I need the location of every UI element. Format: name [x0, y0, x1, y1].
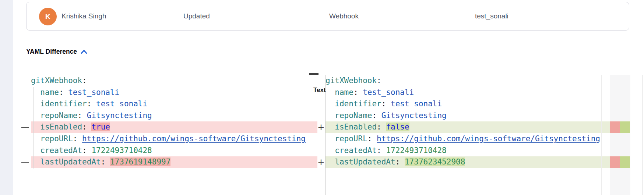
indent-guide: [33, 87, 34, 169]
scrollbar-track-border: [601, 75, 602, 195]
diff-pane-modified[interactable]: gitXWebhook: name: test_sonali identifie…: [325, 75, 610, 195]
code-token: 1737623452908: [405, 157, 465, 166]
code-line[interactable]: isEnabled: false: [325, 121, 610, 133]
code-line[interactable]: gitXWebhook:: [325, 75, 610, 87]
code-token: :: [377, 146, 386, 155]
audit-user-name: Krishika Singh: [61, 12, 106, 20]
added-line-marker: +: [317, 121, 325, 133]
diff-right-border: [643, 75, 643, 195]
yaml-diff-viewer: gitXWebhook: name: test_sonali identifie…: [0, 75, 644, 195]
removed-line-marker: [21, 127, 29, 128]
code-token: test_sonali: [96, 99, 147, 108]
code-token: [31, 146, 40, 155]
yaml-difference-header[interactable]: YAML Difference: [26, 48, 87, 56]
removed-line-marker: [21, 162, 29, 163]
code-token: gitXWebhook: [31, 76, 82, 85]
code-line[interactable]: lastUpdatedAt: 1737619148997: [31, 156, 317, 168]
avatar: K: [39, 8, 57, 25]
code-token: createdAt: [40, 146, 82, 155]
audit-yaml-diff-screen: K Krishika Singh Updated Webhook test_so…: [0, 0, 644, 195]
code-line[interactable]: repoURL: https://github.com/wings-softwa…: [31, 133, 317, 145]
code-token: 1722493710428: [91, 146, 152, 155]
yaml-difference-title: YAML Difference: [26, 48, 77, 56]
code-line[interactable]: repoName: Gitsynctesting: [325, 110, 610, 122]
code-token: gitXWebhook: [325, 76, 377, 85]
added-line-marker: +: [317, 156, 325, 168]
code-token: Gitsynctesting: [87, 111, 152, 120]
overview-ruler[interactable]: [610, 75, 630, 195]
code-token: :: [381, 99, 391, 108]
code-line[interactable]: gitXWebhook:: [31, 75, 317, 87]
code-line[interactable]: lastUpdatedAt: 1737623452908: [325, 156, 610, 168]
code-line[interactable]: name: test_sonali: [31, 87, 317, 99]
code-line[interactable]: createdAt: 1722493710428: [325, 145, 610, 157]
code-token: [31, 123, 40, 131]
code-token: name: [335, 88, 353, 97]
code-token: :: [101, 157, 110, 166]
code-token: [325, 123, 335, 131]
code-token: lastUpdatedAt: [40, 157, 101, 166]
code-token: :: [367, 134, 377, 143]
code-token: [31, 88, 40, 97]
code-token: Gitsynctesting: [381, 111, 447, 120]
code-token: repoName: [335, 111, 372, 120]
removed-line-marker-gutter: [21, 75, 30, 195]
code-token: true: [91, 123, 110, 131]
code-token: [325, 134, 335, 143]
code-token: :: [377, 123, 386, 131]
code-token: identifier: [335, 99, 381, 108]
code-line[interactable]: createdAt: 1722493710428: [31, 145, 317, 157]
code-token: test_sonali: [68, 88, 119, 97]
diff-mode-label[interactable]: Text: [313, 86, 326, 94]
code-token: name: [40, 88, 59, 97]
code-token: [325, 157, 335, 166]
audit-resource-type: Webhook: [329, 12, 359, 20]
code-token: false: [386, 123, 409, 131]
repo-url-link[interactable]: https://github.com/wings-software/Gitsyn…: [82, 134, 306, 143]
code-token: 1737619148997: [110, 157, 170, 166]
code-token: [31, 99, 40, 108]
diff-pane-original[interactable]: gitXWebhook: name: test_sonali identifie…: [31, 75, 317, 195]
code-token: :: [82, 146, 91, 155]
code-token: isEnabled: [40, 123, 82, 131]
audit-resource-name: test_sonali: [475, 12, 508, 20]
code-token: :: [77, 111, 87, 120]
code-token: lastUpdatedAt: [335, 157, 395, 166]
code-line[interactable]: name: test_sonali: [325, 87, 610, 99]
diff-splitter[interactable]: [309, 75, 309, 195]
code-token: repoURL: [335, 134, 367, 143]
code-token: [325, 111, 335, 120]
audit-log-row[interactable]: K Krishika Singh Updated Webhook test_so…: [26, 2, 629, 31]
code-line[interactable]: identifier: test_sonali: [31, 98, 317, 110]
code-token: createdAt: [335, 146, 377, 155]
code-line[interactable]: isEnabled: true: [31, 121, 317, 133]
avatar-initial: K: [45, 13, 50, 21]
code-token: [325, 99, 335, 108]
repo-url-link[interactable]: https://github.com/wings-software/Gitsyn…: [377, 134, 600, 143]
overview-removed-block: [610, 121, 620, 133]
code-token: [31, 134, 40, 143]
code-token: identifier: [40, 99, 87, 108]
code-token: isEnabled: [335, 123, 377, 131]
code-token: :: [59, 88, 68, 97]
code-token: [325, 146, 335, 155]
overview-added-block: [620, 121, 630, 133]
chevron-up-icon[interactable]: [81, 49, 87, 54]
code-line[interactable]: repoName: Gitsynctesting: [31, 110, 317, 122]
code-token: repoName: [40, 111, 77, 120]
code-token: :: [372, 111, 381, 120]
code-token: :: [82, 123, 91, 131]
code-token: [31, 157, 40, 166]
overview-added-block: [620, 156, 630, 168]
code-token: :: [353, 88, 363, 97]
code-token: :: [377, 76, 381, 85]
audit-action: Updated: [183, 12, 210, 20]
code-line[interactable]: repoURL: https://github.com/wings-softwa…: [325, 133, 610, 145]
overview-removed-block: [610, 156, 620, 168]
code-token: :: [87, 99, 96, 108]
code-token: [31, 111, 40, 120]
code-token: repoURL: [40, 134, 73, 143]
code-token: test_sonali: [391, 99, 442, 108]
code-token: :: [395, 157, 405, 166]
code-line[interactable]: identifier: test_sonali: [325, 98, 610, 110]
